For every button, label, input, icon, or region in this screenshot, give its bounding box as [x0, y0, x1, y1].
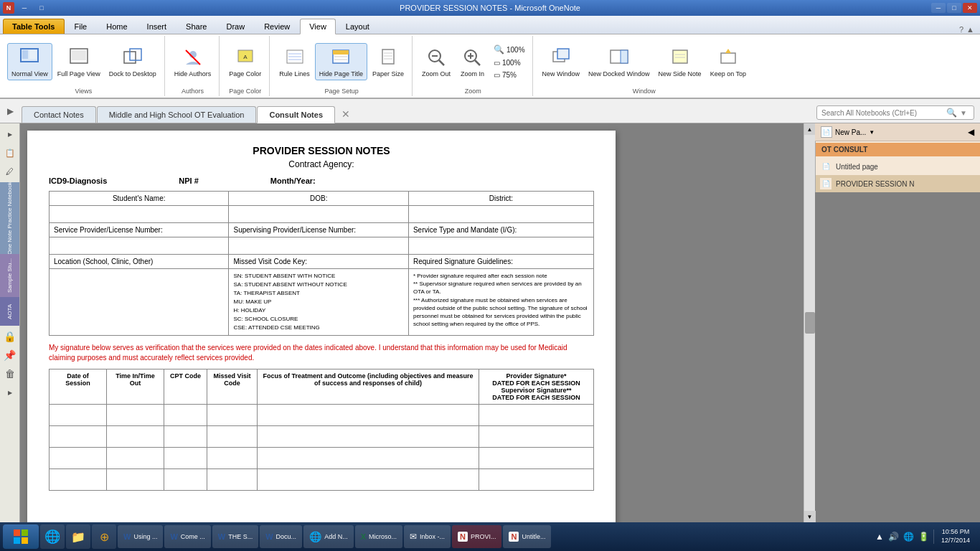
taskbar-provi[interactable]: N PROVI...	[452, 525, 501, 548]
zoom-75-button[interactable]: ▭ 75%	[491, 70, 528, 80]
session-sig-1[interactable]	[479, 405, 594, 426]
taskbar-word-docu[interactable]: W Docu...	[260, 525, 302, 548]
sidebar-icon-4[interactable]: 📌	[2, 347, 18, 363]
session-date-4[interactable]	[50, 469, 107, 491]
untitled-page-item[interactable]: 📄 Untitled page	[816, 158, 980, 175]
session-cpt-2[interactable]	[164, 426, 207, 448]
session-cpt-1[interactable]	[164, 405, 207, 426]
tray-network-icon[interactable]: 🌐	[902, 530, 915, 543]
sidebar-expand-bottom-icon[interactable]: ▶	[2, 385, 18, 400]
tray-expand-icon[interactable]: ▲	[874, 530, 885, 543]
session-date-1[interactable]	[50, 405, 107, 426]
window-minimize-button[interactable]: ─	[931, 3, 946, 13]
service-provider-value[interactable]	[50, 237, 229, 255]
tab-insert[interactable]: Insert	[138, 19, 176, 34]
hide-authors-button[interactable]: Hide Authors	[171, 44, 215, 80]
session-missed-1[interactable]	[207, 405, 258, 426]
session-time-3[interactable]	[107, 448, 164, 469]
search-dropdown-icon[interactable]: ▼	[960, 109, 967, 117]
session-time-1[interactable]	[107, 405, 164, 426]
tab-table-tools[interactable]: Table Tools	[3, 19, 65, 34]
session-cpt-4[interactable]	[164, 469, 207, 491]
tab-review[interactable]: Review	[255, 19, 299, 34]
zoom-100-2-button[interactable]: ▭ 100%	[491, 57, 528, 68]
taskbar-word-come[interactable]: W Come ...	[164, 525, 210, 548]
window-close-button[interactable]: ✕	[963, 3, 977, 13]
help-icon[interactable]: ?	[959, 25, 963, 34]
tab-draw[interactable]: Draw	[217, 19, 254, 34]
session-missed-2[interactable]	[207, 426, 258, 448]
sidebar-icon-2[interactable]: 🖊	[2, 164, 18, 179]
session-focus-3[interactable]	[258, 448, 479, 469]
right-panel-collapse-icon[interactable]: ◀	[968, 127, 974, 137]
keep-on-top-button[interactable]: Keep on Top	[707, 44, 750, 80]
session-time-4[interactable]	[107, 469, 164, 491]
zoom-out-button[interactable]: Zoom Out	[418, 44, 454, 80]
supervising-provider-value[interactable]	[229, 237, 408, 255]
page-color-button[interactable]: A Page Color	[225, 44, 265, 80]
provider-session-item[interactable]: 📄 PROVIDER SESSION N	[816, 175, 980, 192]
district-value[interactable]	[408, 206, 593, 223]
tab-file[interactable]: File	[65, 19, 97, 34]
session-date-3[interactable]	[50, 448, 107, 469]
taskbar-inbox[interactable]: ✉ Inbox -...	[404, 525, 451, 548]
sidebar-icon-3[interactable]: 🔒	[2, 329, 18, 344]
scrollbar[interactable]: ▲ ▼	[804, 123, 815, 522]
search-icon[interactable]: 🔍	[946, 108, 957, 118]
session-missed-3[interactable]	[207, 448, 258, 469]
session-focus-4[interactable]	[258, 469, 479, 491]
search-input[interactable]	[821, 109, 943, 117]
taskbar-ie-icon[interactable]: 🌐	[40, 524, 65, 549]
session-focus-1[interactable]	[258, 405, 479, 426]
normal-view-button[interactable]: Normal View	[7, 43, 52, 80]
ribbon-toggle-icon[interactable]: ▲	[966, 25, 974, 34]
tab-middle-high-school[interactable]: Middle and High School OT Evaluation	[97, 106, 257, 123]
new-tab-button[interactable]: ✕	[336, 105, 356, 123]
tab-home[interactable]: Home	[97, 19, 136, 34]
tab-view[interactable]: View	[300, 19, 336, 34]
taskbar-microso[interactable]: X Microso...	[355, 525, 402, 548]
session-sig-3[interactable]	[479, 448, 594, 469]
taskbar-word-the[interactable]: W THE S...	[212, 525, 258, 548]
sidebar-icon-1[interactable]: 📋	[2, 145, 18, 161]
sidebar-expand-icon[interactable]: ▶	[2, 126, 18, 142]
aota-label[interactable]: AOTA	[0, 297, 19, 326]
paper-size-button[interactable]: Paper Size	[369, 44, 407, 80]
tray-sound-icon[interactable]: 🔊	[887, 530, 900, 543]
notebook-label[interactable]: One Note Practice Notebook	[0, 182, 19, 254]
sidebar-icon-5[interactable]: 🗑	[2, 366, 18, 382]
taskbar-word-using[interactable]: W Using ...	[118, 525, 163, 548]
student-name-value[interactable]	[50, 206, 229, 223]
tab-consult-notes[interactable]: Consult Notes	[257, 106, 335, 123]
clock[interactable]: 10:56 PM 12/7/2014	[937, 527, 974, 546]
sample-label[interactable]: Sample Stu...	[0, 254, 19, 297]
maximize-icon[interactable]: □	[34, 3, 49, 13]
session-sig-4[interactable]	[479, 469, 594, 491]
tabs-nav-left[interactable]: ▶	[4, 105, 17, 118]
rule-lines-button[interactable]: Rule Lines	[275, 44, 314, 80]
session-missed-4[interactable]	[207, 469, 258, 491]
minimize-icon[interactable]: ─	[17, 3, 32, 13]
full-page-view-button[interactable]: Full Page View	[54, 44, 104, 80]
dock-to-desktop-button[interactable]: Dock to Desktop	[105, 44, 160, 80]
new-docked-window-button[interactable]: New Docked Window	[585, 44, 654, 80]
service-type-value[interactable]	[408, 237, 593, 255]
session-time-2[interactable]	[107, 426, 164, 448]
zoom-in-button[interactable]: Zoom In	[457, 44, 488, 80]
taskbar-ie2-icon[interactable]: ⊕	[92, 524, 116, 549]
hide-page-title-button[interactable]: Hide Page Title	[315, 43, 367, 80]
dob-value[interactable]	[229, 206, 408, 223]
taskbar-add-n[interactable]: 🌐 Add N...	[303, 525, 354, 548]
new-page-dropdown[interactable]: ▼	[869, 129, 875, 136]
ot-consult-section[interactable]: OT CONSULT	[816, 143, 980, 156]
new-window-button[interactable]: New Window	[539, 44, 584, 80]
tray-battery-icon[interactable]: 🔋	[917, 530, 930, 543]
session-sig-2[interactable]	[479, 426, 594, 448]
scroll-down-button[interactable]: ▼	[804, 511, 816, 522]
tab-layout[interactable]: Layout	[336, 19, 379, 34]
session-focus-2[interactable]	[258, 426, 479, 448]
tab-contact-notes[interactable]: Contact Notes	[22, 106, 96, 123]
session-cpt-3[interactable]	[164, 448, 207, 469]
zoom-100-button[interactable]: 🔍 100%	[491, 43, 528, 56]
start-button[interactable]	[3, 524, 39, 549]
